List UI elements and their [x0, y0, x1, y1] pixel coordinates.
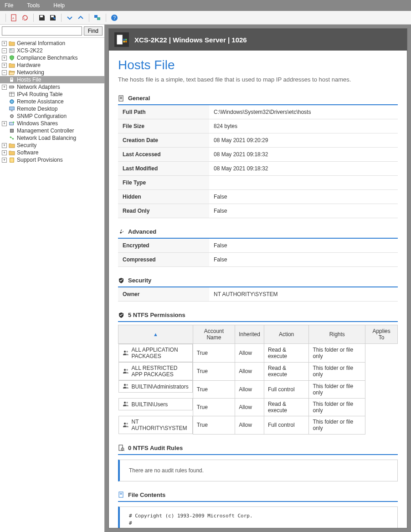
expand-icon[interactable]: + — [2, 143, 7, 148]
help-icon[interactable]: ? — [111, 14, 118, 21]
svg-rect-35 — [125, 41, 127, 43]
cell-inherited: True — [193, 344, 235, 363]
content-area: XCS-2K22 | Windows Server | 1026 Hosts F… — [105, 25, 411, 532]
svg-point-48 — [123, 422, 125, 424]
section-label: File Contents — [128, 491, 165, 498]
security-table: OwnerNT AUTHORITY\SYSTEM — [118, 287, 398, 302]
tree-item-remote-assistance[interactable]: ?Remote Assistance — [0, 98, 104, 105]
expand-icon[interactable]: + — [2, 63, 7, 68]
expand-icon[interactable]: + — [2, 41, 7, 46]
svg-rect-15 — [10, 92, 15, 97]
tree-item-remote-desktop[interactable]: Remote Desktop — [0, 105, 104, 113]
cell-applies: This folder or file only — [309, 398, 365, 416]
tree-item-mgmt-controller[interactable]: Management Controller — [0, 127, 104, 134]
svg-point-44 — [123, 384, 125, 386]
expand-icon[interactable]: + — [2, 56, 7, 61]
search-input[interactable] — [2, 26, 82, 36]
edit-icon[interactable] — [49, 14, 57, 21]
svg-point-45 — [126, 384, 128, 386]
expand-icon[interactable]: + — [2, 121, 7, 126]
expand-icon[interactable]: + — [2, 150, 7, 155]
cell-action: Allow — [235, 398, 264, 416]
col-rights[interactable]: Rights — [309, 325, 365, 344]
tree-item-ipv4-routing[interactable]: IPv4 Routing Table — [0, 91, 104, 98]
tree-item-compliance[interactable]: +Compliance Benchmarks — [0, 54, 104, 61]
folder-icon — [8, 142, 15, 148]
pdf-icon[interactable]: A — [10, 14, 18, 21]
monitor-icon — [8, 106, 15, 112]
svg-rect-13 — [10, 86, 14, 88]
collapse-icon[interactable] — [77, 14, 84, 21]
section-advanced: Advanced — [118, 225, 398, 239]
user-group-icon — [123, 422, 129, 429]
sort-asc-icon: ▲ — [153, 332, 158, 337]
section-label: 5 NTFS Permissions — [128, 312, 185, 318]
svg-rect-26 — [10, 129, 14, 133]
balance-icon — [8, 135, 15, 141]
share-icon — [8, 120, 15, 127]
tree-item-security[interactable]: +Security — [0, 142, 104, 149]
tree-item-network-adapters[interactable]: +Network Adapters — [0, 83, 104, 91]
general-table: Full PathC:\Windows\System32\Drivers\etc… — [118, 105, 398, 218]
expand-icon[interactable]: + — [2, 158, 7, 163]
tree-item-support[interactable]: +Support Provisions — [0, 156, 104, 164]
kv-key: Read Only — [118, 204, 209, 218]
content-scroll[interactable]: XCS-2K22 | Windows Server | 1026 Hosts F… — [108, 28, 407, 528]
tree-item-software[interactable]: +Software — [0, 149, 104, 156]
shield-icon — [118, 277, 124, 284]
tree-item-nlb[interactable]: Network Load Balancing — [0, 134, 104, 142]
cell-account: BUILTIN\Users — [118, 398, 193, 410]
save-icon[interactable] — [38, 14, 46, 21]
tree-item-hosts-file[interactable]: Hosts File — [0, 76, 104, 83]
cell-rights: Read & execute — [264, 398, 309, 416]
kv-value: 08 May 2021 09:18:32 — [209, 162, 398, 176]
cell-applies: This folder or file only — [309, 362, 365, 380]
col-applies[interactable]: Applies To — [365, 325, 398, 344]
kv-row: Last Modified08 May 2021 09:18:32 — [118, 162, 398, 176]
col-inherited[interactable]: Inherited — [235, 325, 264, 344]
tree-item-general-info[interactable]: + General Information — [0, 40, 104, 47]
tree-item-networking[interactable]: −Networking — [0, 69, 104, 76]
menu-help[interactable]: Help — [53, 2, 65, 9]
tree-item-host[interactable]: − XCS-2K22 — [0, 47, 104, 54]
collapse-icon[interactable]: − — [2, 70, 7, 75]
tree-item-hardware[interactable]: +Hardware — [0, 61, 104, 69]
sort-header[interactable]: ▲ — [118, 325, 193, 344]
kv-key: Owner — [118, 287, 209, 302]
find-button[interactable]: Find — [84, 26, 103, 36]
tree-item-windows-shares[interactable]: +Windows Shares — [0, 120, 104, 127]
window-icon[interactable] — [94, 14, 101, 21]
tree-label: Security — [17, 142, 36, 148]
cell-action: Allow — [235, 416, 264, 434]
expand-icon[interactable] — [66, 14, 73, 21]
expand-icon[interactable]: + — [2, 85, 7, 90]
col-account[interactable]: Account Name — [193, 325, 235, 344]
cell-account: NT AUTHORITY\SYSTEM — [118, 416, 193, 434]
svg-rect-34 — [123, 41, 125, 43]
svg-rect-4 — [94, 15, 98, 18]
svg-text:A: A — [12, 17, 14, 20]
table-row[interactable]: ALL APPLICATION PACKAGESTrueAllowRead & … — [118, 344, 398, 363]
menu-tools[interactable]: Tools — [27, 2, 40, 9]
table-row[interactable]: ALL RESTRICTED APP PACKAGESTrueAllowRead… — [118, 362, 398, 380]
kv-key: File Size — [118, 119, 209, 133]
tree-label: Management Controller — [17, 128, 74, 134]
menu-file[interactable]: File — [5, 2, 13, 9]
wrench-icon — [118, 229, 124, 235]
collapse-icon[interactable]: − — [2, 48, 7, 53]
table-row[interactable]: NT AUTHORITY\SYSTEMTrueAllowFull control… — [118, 416, 398, 434]
cell-inherited: True — [193, 416, 235, 434]
svg-rect-20 — [10, 107, 15, 110]
kv-value: False — [209, 204, 398, 218]
kv-value: C:\Windows\System32\Drivers\etc\hosts — [209, 105, 398, 119]
cell-rights: Read & execute — [264, 344, 309, 363]
gear-icon — [8, 113, 15, 119]
refresh-icon[interactable] — [21, 14, 29, 21]
kv-value: 08 May 2021 09:20:29 — [209, 133, 398, 148]
svg-rect-5 — [97, 17, 100, 20]
kv-key: File Type — [118, 176, 209, 190]
tree-item-snmp[interactable]: SNMP Configuration — [0, 113, 104, 120]
table-row[interactable]: BUILTIN\UsersTrueAllowRead & executeThis… — [118, 398, 398, 416]
table-row[interactable]: BUILTIN\AdministratorsTrueAllowFull cont… — [118, 380, 398, 398]
col-action[interactable]: Action — [264, 325, 309, 344]
